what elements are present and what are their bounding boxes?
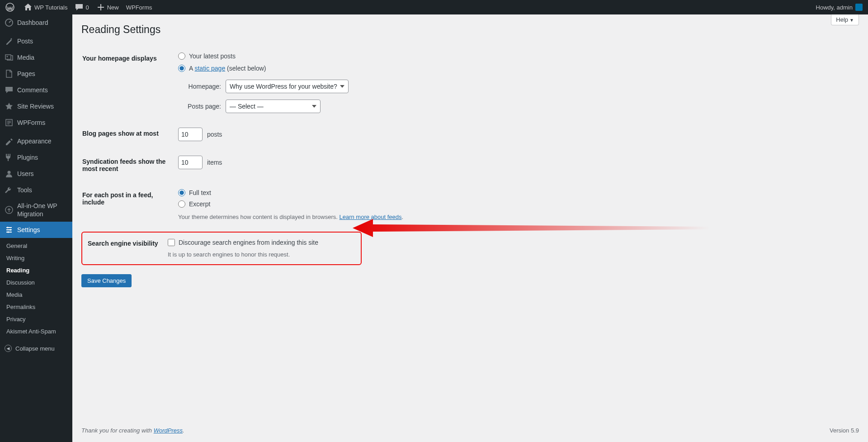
- save-changes-button[interactable]: Save Changes: [81, 274, 132, 287]
- dashboard-icon: [5, 18, 14, 27]
- submenu-permalinks[interactable]: Permalinks: [0, 301, 72, 313]
- homepage-displays-label: Your homepage displays: [82, 46, 173, 120]
- sev-checkbox-label[interactable]: Discourage search engines from indexing …: [168, 239, 318, 246]
- feed-note: Your theme determines how content is dis…: [178, 214, 854, 220]
- nav-migration[interactable]: All-in-One WP Migration: [0, 198, 72, 222]
- radio-excerpt-input[interactable]: [178, 200, 185, 208]
- star-icon: [5, 102, 14, 111]
- blog-pages-input[interactable]: [178, 128, 203, 141]
- nav-posts[interactable]: Posts: [0, 33, 72, 49]
- plugin-icon: [5, 153, 14, 162]
- help-tab[interactable]: Help▼: [831, 14, 859, 25]
- submenu-reading[interactable]: Reading: [0, 264, 72, 276]
- radio-excerpt[interactable]: Excerpt: [178, 200, 210, 208]
- media-icon: [5, 53, 14, 62]
- nav-comments[interactable]: Comments: [0, 82, 72, 98]
- radio-static-page-input[interactable]: [178, 65, 185, 72]
- nav-dashboard[interactable]: Dashboard: [0, 14, 72, 31]
- radio-full-text[interactable]: Full text: [178, 189, 211, 196]
- migrate-icon: [5, 205, 14, 214]
- submenu-writing[interactable]: Writing: [0, 252, 72, 264]
- footer-version: Version 5.9: [830, 427, 859, 434]
- page-title: Reading Settings: [81, 24, 859, 36]
- settings-submenu: General Writing Reading Discussion Media…: [0, 238, 72, 341]
- my-account-link[interactable]: Howdy, admin: [812, 0, 866, 14]
- nav-site-reviews[interactable]: Site Reviews: [0, 98, 72, 114]
- nav-media[interactable]: Media: [0, 49, 72, 66]
- sev-label: Search engine visibility: [88, 237, 167, 261]
- syndication-unit: items: [207, 159, 222, 166]
- sev-note: It is up to search engines to honor this…: [168, 251, 351, 258]
- pin-icon: [5, 37, 14, 46]
- comment-icon: [5, 86, 14, 95]
- homepage-select[interactable]: Why use WordPress for your website?: [226, 80, 349, 93]
- radio-latest-posts[interactable]: Your latest posts: [178, 52, 236, 60]
- search-engine-visibility-highlight: Search engine visibility Discourage sear…: [81, 232, 362, 265]
- homepage-select-label: Homepage:: [178, 83, 221, 90]
- wrench-icon: [5, 185, 14, 195]
- feed-content-label: For each post in a feed, include: [82, 182, 173, 227]
- wpforms-label: WPForms: [126, 4, 152, 11]
- comments-count: 0: [85, 4, 89, 11]
- site-title: WP Tutorials: [34, 4, 67, 11]
- plus-icon: [96, 3, 105, 12]
- nav-plugins[interactable]: Plugins: [0, 149, 72, 166]
- submenu-media[interactable]: Media: [0, 289, 72, 301]
- learn-feeds-link[interactable]: Learn more about feeds: [339, 214, 401, 220]
- user-icon: [5, 169, 14, 178]
- chevron-down-icon: ▼: [849, 18, 854, 23]
- page-icon: [5, 69, 14, 78]
- brush-icon: [5, 137, 14, 146]
- submenu-discussion[interactable]: Discussion: [0, 276, 72, 289]
- submenu-general[interactable]: General: [0, 240, 72, 252]
- blog-pages-label: Blog pages show at most: [82, 121, 173, 148]
- syndication-label: Syndication feeds show the most recent: [82, 149, 173, 181]
- nav-tools[interactable]: Tools: [0, 182, 72, 198]
- comments-link[interactable]: 0: [71, 0, 92, 14]
- nav-appearance[interactable]: Appearance: [0, 133, 72, 149]
- posts-page-select[interactable]: — Select —: [226, 100, 321, 113]
- footer-wordpress-link[interactable]: WordPress: [154, 427, 183, 434]
- wpforms-icon: [5, 118, 14, 127]
- radio-latest-posts-input[interactable]: [178, 52, 185, 60]
- radio-full-text-input[interactable]: [178, 189, 185, 196]
- nav-settings[interactable]: Settings: [0, 222, 72, 238]
- wp-logo-menu[interactable]: [2, 0, 20, 14]
- howdy-text: Howdy, admin: [816, 4, 853, 11]
- new-label: New: [107, 4, 119, 11]
- submenu-akismet[interactable]: Akismet Anti-Spam: [0, 325, 72, 337]
- sliders-icon: [5, 225, 14, 234]
- syndication-input[interactable]: [178, 156, 203, 169]
- wpforms-adminbar-link[interactable]: WPForms: [123, 0, 156, 14]
- nav-pages[interactable]: Pages: [0, 66, 72, 82]
- footer-thanks: Thank you for creating with WordPress.: [81, 427, 184, 434]
- user-avatar-icon: [855, 4, 863, 11]
- posts-page-select-label: Posts page:: [178, 103, 221, 110]
- home-icon: [24, 3, 33, 12]
- static-page-link[interactable]: static page: [194, 65, 225, 72]
- blog-pages-unit: posts: [207, 131, 222, 138]
- submenu-privacy[interactable]: Privacy: [0, 313, 72, 325]
- radio-static-page[interactable]: A static page (select below): [178, 65, 266, 72]
- sev-checkbox[interactable]: [168, 239, 175, 246]
- site-name-link[interactable]: WP Tutorials: [20, 0, 71, 14]
- comment-bubble-icon: [75, 3, 84, 12]
- wordpress-logo-icon: [5, 3, 14, 12]
- nav-users[interactable]: Users: [0, 166, 72, 182]
- new-content-link[interactable]: New: [93, 0, 123, 14]
- collapse-arrow-icon: ◄: [5, 345, 12, 352]
- collapse-menu-button[interactable]: ◄ Collapse menu: [0, 341, 72, 356]
- nav-wpforms[interactable]: WPForms: [0, 114, 72, 131]
